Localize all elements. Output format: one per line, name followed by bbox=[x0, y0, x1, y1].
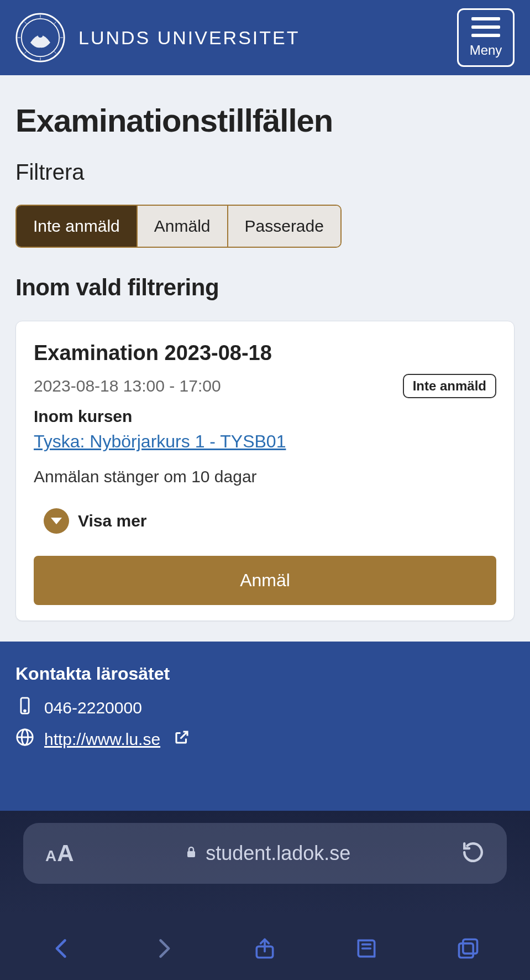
external-link-icon bbox=[170, 729, 190, 749]
svg-line-9 bbox=[24, 51, 27, 54]
brand: LUNDS UNIVERSITET bbox=[15, 13, 300, 62]
filter-heading: Filtrera bbox=[15, 160, 515, 185]
text-size-button[interactable]: AA bbox=[45, 840, 74, 867]
globe-icon bbox=[15, 728, 34, 750]
show-more-button[interactable]: Visa mer bbox=[34, 508, 147, 534]
svg-line-10 bbox=[54, 51, 56, 54]
section-heading: Inom vald filtrering bbox=[15, 274, 515, 301]
hamburger-icon bbox=[471, 17, 500, 37]
lock-icon bbox=[185, 842, 198, 865]
tabs-button[interactable] bbox=[456, 936, 480, 963]
tab-registered[interactable]: Anmäld bbox=[138, 206, 228, 247]
browser-toolbar bbox=[0, 925, 530, 980]
university-seal-icon bbox=[15, 13, 65, 62]
course-label: Inom kursen bbox=[34, 407, 496, 426]
footer-heading: Kontakta lärosätet bbox=[15, 664, 515, 684]
contact-phone-row: 046-2220000 bbox=[15, 696, 515, 719]
main-content: Examinationstillfällen Filtrera Inte anm… bbox=[0, 75, 530, 643]
contact-website-link[interactable]: http://www.lu.se bbox=[44, 730, 160, 749]
show-more-label: Visa mer bbox=[78, 512, 147, 530]
browser-chrome: AA student.ladok.se bbox=[0, 811, 530, 980]
tab-not-registered[interactable]: Inte anmäld bbox=[17, 206, 138, 247]
deadline-text: Anmälan stänger om 10 dagar bbox=[34, 467, 496, 486]
exam-meta-row: 2023-08-18 13:00 - 17:00 Inte anmäld bbox=[34, 374, 496, 398]
exam-datetime: 2023-08-18 13:00 - 17:00 bbox=[34, 377, 221, 395]
app-header: LUNDS UNIVERSITET Meny bbox=[0, 0, 530, 75]
url-bar[interactable]: AA student.ladok.se bbox=[23, 823, 507, 884]
svg-rect-16 bbox=[187, 851, 195, 857]
share-button[interactable] bbox=[253, 936, 277, 963]
reload-icon bbox=[461, 841, 485, 866]
course-link[interactable]: Tyska: Nybörjarkurs 1 - TYSB01 bbox=[34, 431, 286, 452]
contact-website-row: http://www.lu.se bbox=[15, 728, 515, 750]
status-badge: Inte anmäld bbox=[403, 374, 496, 398]
text-size-icon: AA bbox=[45, 840, 74, 867]
tab-passed[interactable]: Passerade bbox=[228, 206, 340, 247]
register-button[interactable]: Anmäl bbox=[34, 556, 496, 605]
back-button[interactable] bbox=[50, 936, 74, 963]
reload-button[interactable] bbox=[461, 841, 485, 866]
svg-point-12 bbox=[24, 710, 26, 712]
svg-line-7 bbox=[24, 22, 27, 24]
forward-button[interactable] bbox=[151, 936, 176, 963]
url-display[interactable]: student.ladok.se bbox=[185, 842, 350, 865]
bookmarks-button[interactable] bbox=[354, 936, 379, 963]
menu-label: Meny bbox=[470, 43, 502, 58]
svg-rect-21 bbox=[463, 940, 477, 954]
exam-card: Examination 2023-08-18 2023-08-18 13:00 … bbox=[15, 321, 515, 621]
page-title: Examinationstillfällen bbox=[15, 102, 515, 139]
caret-down-icon bbox=[44, 508, 69, 534]
brand-text: LUNDS UNIVERSITET bbox=[78, 27, 300, 49]
menu-button[interactable]: Meny bbox=[457, 8, 515, 67]
exam-title: Examination 2023-08-18 bbox=[34, 341, 496, 365]
svg-line-8 bbox=[54, 22, 56, 24]
url-text: student.ladok.se bbox=[206, 842, 350, 865]
svg-point-2 bbox=[38, 33, 43, 38]
svg-rect-20 bbox=[459, 943, 474, 958]
filter-tabs: Inte anmäld Anmäld Passerade bbox=[15, 205, 342, 248]
phone-icon bbox=[15, 696, 34, 719]
contact-phone: 046-2220000 bbox=[44, 698, 142, 717]
